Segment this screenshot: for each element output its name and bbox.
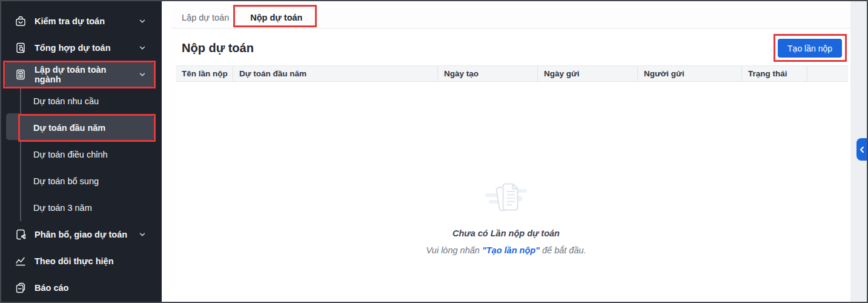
sidebar-item-bao-cao[interactable]: Báo cáo: [5, 275, 154, 301]
column-header-ngay-gui[interactable]: Ngày gửi: [538, 66, 638, 81]
sidebar-item-du-toan-bo-sung[interactable]: Dự toán bổ sung: [5, 168, 154, 195]
main-content: Lập dự toán Nộp dự toán Nộp dự toán Tạo …: [162, 1, 850, 302]
tab-label: Nộp dự toán: [250, 13, 302, 22]
hint-suffix: để bắt đầu.: [540, 245, 586, 255]
sidebar-item-phan-bo-giao-du-toan[interactable]: Phân bổ, giao dự toán: [5, 221, 154, 248]
column-header-du-toan-dau-nam[interactable]: Dự toán đầu năm: [233, 66, 438, 81]
sidebar-item-label: Theo dõi thực hiện: [35, 256, 114, 266]
sidebar-item-theo-doi-thuc-hien[interactable]: Theo dõi thực hiện: [5, 248, 154, 275]
sidebar-item-label: Dự toán đầu năm: [33, 123, 105, 133]
column-header-nguoi-gui[interactable]: Người gửi: [638, 66, 742, 81]
bag-check-icon: [15, 15, 27, 27]
chevron-down-icon: [138, 17, 147, 25]
sidebar-item-label: Dự toán nhu cầu: [33, 96, 99, 106]
sidebar-item-label: Dự toán bổ sung: [33, 176, 99, 186]
line-chart-icon: [15, 255, 27, 267]
sidebar-item-label: Dự toán điều chỉnh: [33, 150, 108, 159]
chevron-down-icon: [138, 70, 147, 79]
create-button-wrapper: Tạo lần nộp: [778, 39, 842, 58]
empty-state-title: Chưa có Lần nộp dự toán: [452, 228, 560, 238]
empty-state-hint: Vui lòng nhấn "Tạo lần nộp" để bắt đầu.: [426, 245, 586, 255]
empty-documents-icon: [485, 179, 528, 218]
tab-bar: Lập dự toán Nộp dự toán: [171, 7, 850, 28]
column-header-ngay-tao[interactable]: Ngày tạo: [438, 66, 538, 81]
tab-nop-du-toan[interactable]: Nộp dự toán: [250, 7, 302, 28]
sidebar-item-tong-hop-du-toan[interactable]: Tổng hợp dự toán: [5, 35, 154, 61]
sidebar-item-label: Báo cáo: [35, 283, 68, 293]
report-documents-icon: [15, 282, 27, 294]
sidebar-item-du-toan-dau-nam[interactable]: Dự toán đầu năm: [20, 115, 154, 141]
table-header-row: Tên lần nộp Dự toán đầu năm Ngày tạo Ngà…: [176, 65, 848, 82]
sidebar-item-label: Phân bổ, giao dự toán: [35, 230, 127, 239]
app-window: Kiểm tra dự toán Tổng hợp dự toán: [0, 0, 868, 303]
sidebar-item-label: Dự toán 3 năm: [33, 203, 92, 213]
column-header-trang-thai[interactable]: Trạng thái: [742, 66, 807, 81]
sidebar-item-label: Kiểm tra dự toán: [35, 16, 105, 26]
chevron-left-icon: [860, 147, 864, 153]
page-title: Nộp dự toán: [182, 41, 254, 55]
chevron-down-icon: [138, 230, 147, 239]
expand-panel-button[interactable]: [856, 138, 867, 161]
sidebar-item-du-toan-dieu-chinh[interactable]: Dự toán điều chỉnh: [5, 141, 154, 168]
sidebar-item-kiem-tra-du-toan[interactable]: Kiểm tra dự toán: [5, 8, 154, 35]
sidebar: Kiểm tra dự toán Tổng hợp dự toán: [1, 1, 162, 302]
hint-prefix: Vui lòng nhấn: [426, 245, 482, 255]
file-search-icon: [15, 42, 27, 54]
column-header-actions: [807, 66, 848, 81]
create-submission-button[interactable]: Tạo lần nộp: [778, 39, 842, 58]
sidebar-item-label: Lập dự toán toàn ngành: [35, 65, 130, 84]
tab-lap-du-toan[interactable]: Lập dự toán: [182, 7, 229, 28]
sidebar-item-lap-du-toan-toan-nganh[interactable]: Lập dự toán toàn ngành: [5, 61, 154, 88]
title-bar: Nộp dự toán Tạo lần nộp: [162, 28, 850, 65]
sidebar-item-label: Tổng hợp dự toán: [35, 43, 111, 53]
share-document-icon: [15, 228, 27, 241]
sidebar-item-du-toan-nhu-cau[interactable]: Dự toán nhu cầu: [5, 88, 154, 115]
empty-state: Chưa có Lần nộp dự toán Vui lòng nhấn "T…: [162, 82, 850, 255]
sidebar-item-du-toan-3-nam[interactable]: Dự toán 3 năm: [5, 195, 154, 221]
hint-create-link[interactable]: "Tạo lần nộp": [482, 245, 540, 255]
calculator-icon: [15, 68, 27, 81]
tab-label: Lập dự toán: [182, 13, 229, 22]
column-header-ten-lan-nop[interactable]: Tên lần nộp: [176, 66, 233, 81]
chevron-down-icon: [138, 44, 147, 52]
sidebar-nav: Kiểm tra dự toán Tổng hợp dự toán: [1, 8, 162, 301]
